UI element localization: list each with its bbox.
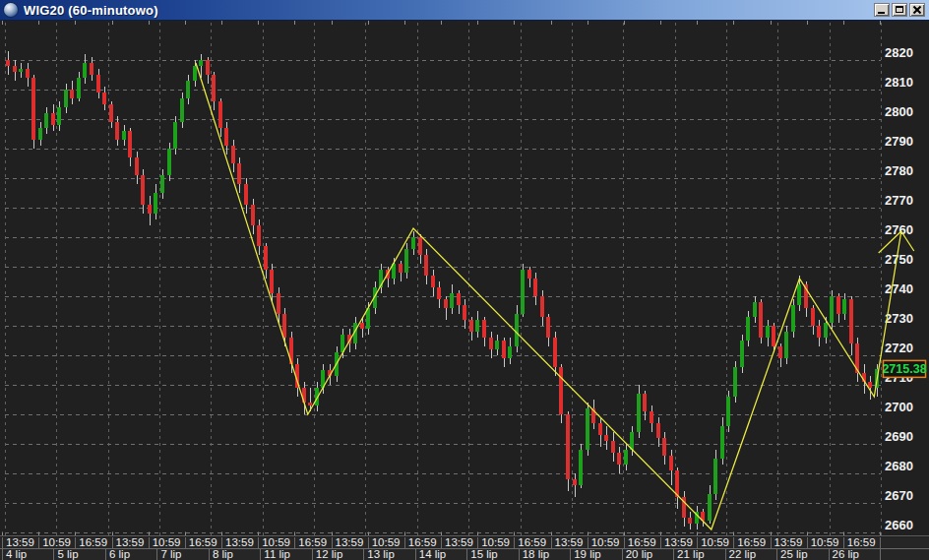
window-controls bbox=[874, 3, 925, 17]
candle bbox=[404, 249, 408, 273]
candle bbox=[784, 332, 788, 358]
candle bbox=[96, 75, 100, 93]
time-label: 10:59 bbox=[258, 537, 298, 548]
candle bbox=[154, 193, 157, 214]
date-label: 7 lip bbox=[156, 549, 212, 560]
date-label: 22 lip bbox=[725, 549, 780, 560]
candle bbox=[720, 426, 724, 459]
date-label: 8 lip bbox=[209, 549, 264, 560]
candle bbox=[308, 403, 312, 405]
candle bbox=[540, 296, 544, 317]
candle bbox=[617, 453, 621, 465]
window-title: WIG20 (60-minutowo) bbox=[24, 3, 158, 18]
candle bbox=[399, 264, 403, 273]
candle bbox=[656, 423, 660, 438]
y-axis-label: 2790 bbox=[885, 134, 913, 149]
candle bbox=[457, 293, 461, 305]
candle bbox=[31, 78, 35, 140]
candle bbox=[180, 98, 184, 122]
time-label: 13:59 bbox=[332, 537, 372, 548]
y-axis-label: 2680 bbox=[885, 459, 913, 473]
maximize-button[interactable] bbox=[892, 3, 907, 17]
time-label: 10:59 bbox=[368, 537, 408, 548]
candle bbox=[650, 411, 653, 423]
candle bbox=[109, 104, 113, 122]
y-axis-label: 2660 bbox=[885, 518, 913, 532]
price-chart-svg[interactable]: 2820281028002790278027702760275027402730… bbox=[0, 21, 929, 537]
candle bbox=[264, 246, 268, 270]
app-window: WIG20 (60-minutowo) 28202810280027902780… bbox=[0, 0, 929, 560]
candle bbox=[277, 293, 280, 314]
time-label: 16:59 bbox=[294, 537, 335, 548]
candle bbox=[836, 296, 840, 314]
candle bbox=[566, 414, 570, 479]
candle bbox=[302, 388, 306, 403]
minimize-button[interactable] bbox=[874, 3, 890, 17]
candle bbox=[740, 341, 744, 367]
candle bbox=[135, 157, 139, 175]
candle bbox=[218, 101, 222, 128]
candle bbox=[231, 146, 235, 163]
window-titlebar[interactable]: WIG20 (60-minutowo) bbox=[0, 0, 929, 21]
y-axis-label: 2740 bbox=[885, 281, 913, 296]
close-icon bbox=[912, 5, 922, 15]
candle bbox=[206, 60, 210, 75]
candle bbox=[811, 308, 815, 326]
date-axis-filler bbox=[880, 549, 929, 560]
candle bbox=[527, 270, 531, 279]
candle bbox=[586, 408, 589, 450]
close-button[interactable] bbox=[909, 3, 925, 17]
time-label: 16:59 bbox=[733, 537, 774, 548]
date-label: 13 lip bbox=[363, 549, 418, 560]
date-label: 19 lip bbox=[570, 549, 625, 560]
candle bbox=[753, 302, 757, 317]
candle bbox=[797, 284, 801, 305]
candle bbox=[115, 122, 119, 140]
candle bbox=[418, 237, 422, 255]
candle bbox=[57, 107, 61, 125]
candle bbox=[637, 394, 641, 432]
candle bbox=[708, 494, 712, 521]
y-axis-label: 2670 bbox=[885, 488, 913, 503]
candlesticks bbox=[6, 51, 879, 529]
candle bbox=[77, 78, 81, 98]
date-label: 12 lip bbox=[312, 549, 367, 560]
y-axis-label: 2690 bbox=[885, 429, 913, 444]
y-axis-label: 2760 bbox=[885, 222, 913, 237]
candle bbox=[533, 279, 537, 296]
candle bbox=[141, 175, 145, 205]
candle bbox=[257, 225, 261, 246]
candle bbox=[508, 346, 512, 358]
time-label: 13:59 bbox=[2, 537, 42, 548]
time-label: 16:59 bbox=[75, 537, 115, 548]
candle bbox=[502, 341, 506, 358]
candle bbox=[746, 317, 750, 341]
date-label: 11 lip bbox=[260, 549, 315, 560]
time-label: 16:59 bbox=[843, 537, 884, 548]
candle bbox=[51, 113, 55, 125]
grid-lines: 2820281028002790278027702760275027402730… bbox=[0, 21, 929, 536]
date-label: 15 lip bbox=[466, 549, 522, 560]
candle bbox=[90, 63, 93, 75]
candle bbox=[842, 299, 846, 314]
candle bbox=[360, 323, 364, 329]
candle bbox=[598, 423, 602, 435]
candle bbox=[251, 205, 255, 225]
time-label: 10:59 bbox=[149, 537, 189, 548]
y-axis-label: 2730 bbox=[885, 311, 913, 326]
candle bbox=[553, 338, 557, 367]
time-label: 10:59 bbox=[588, 537, 628, 548]
candle bbox=[122, 131, 126, 140]
candle bbox=[624, 450, 628, 465]
candle bbox=[515, 314, 519, 346]
current-price-label: 2715.38 bbox=[882, 362, 926, 376]
candle bbox=[726, 397, 730, 426]
candle bbox=[437, 287, 441, 299]
candle bbox=[559, 367, 563, 414]
y-axis-label: 2700 bbox=[885, 400, 913, 414]
candle bbox=[495, 341, 499, 349]
candle bbox=[26, 69, 30, 78]
y-axis-label: 2820 bbox=[885, 45, 913, 60]
candle bbox=[431, 276, 435, 287]
candle bbox=[44, 113, 48, 128]
